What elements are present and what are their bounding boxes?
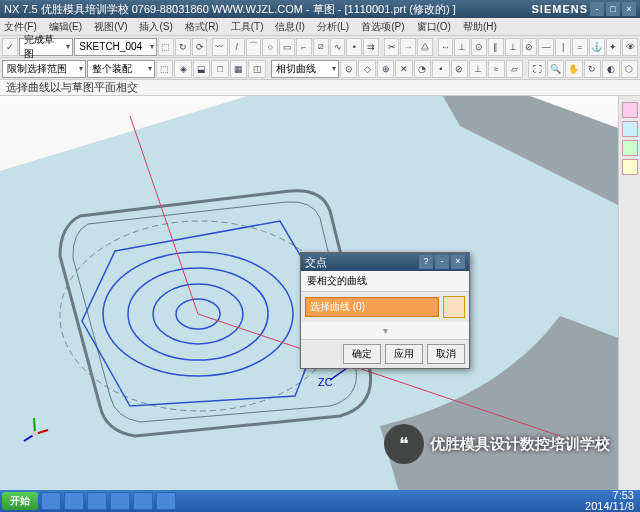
sel-icon-2[interactable]: ◈ <box>174 60 191 78</box>
constraint-icon[interactable]: ⊥ <box>454 38 470 56</box>
taskbar-clock[interactable]: 7:532014/11/8 <box>585 490 638 512</box>
parallel-icon[interactable]: ∥ <box>488 38 504 56</box>
mirror-icon[interactable]: ⧋ <box>417 38 433 56</box>
dialog-expand-icon[interactable]: ▾ <box>301 322 469 340</box>
view-fit-icon[interactable]: ⛶ <box>528 60 545 78</box>
snap-pt-icon[interactable]: • <box>432 60 449 78</box>
snap-ctr-icon[interactable]: ⊕ <box>377 60 394 78</box>
sel-filter-label[interactable]: 限制选择范围 <box>2 60 86 78</box>
svg-text:ZC: ZC <box>318 376 333 388</box>
view-wire-icon[interactable]: ⬡ <box>621 60 638 78</box>
extend-icon[interactable]: → <box>400 38 416 56</box>
dialog-section-label: 要相交的曲线 <box>301 271 469 292</box>
view-zoom-icon[interactable]: 🔍 <box>547 60 564 78</box>
apply-button[interactable]: 应用 <box>385 344 423 364</box>
snap-perp-icon[interactable]: ⊥ <box>469 60 486 78</box>
taskbar-app-2[interactable] <box>64 492 84 510</box>
ok-button[interactable]: 确定 <box>343 344 381 364</box>
sel-scope-dropdown[interactable]: 整个装配 <box>87 60 155 78</box>
start-button[interactable]: 开始 <box>2 492 38 510</box>
snap-mid-icon[interactable]: ◇ <box>358 60 375 78</box>
menu-tools[interactable]: 工具(T) <box>231 20 264 34</box>
offset-icon[interactable]: ⇉ <box>363 38 379 56</box>
menu-view[interactable]: 视图(V) <box>94 20 127 34</box>
dialog-close-icon[interactable]: × <box>451 255 465 269</box>
fillet-icon[interactable]: ⌐ <box>296 38 312 56</box>
view-pan-icon[interactable]: ✋ <box>565 60 582 78</box>
menu-insert[interactable]: 插入(S) <box>139 20 172 34</box>
trim-icon[interactable]: ✂ <box>384 38 400 56</box>
fix-icon[interactable]: ⚓ <box>589 38 605 56</box>
snap-tan-icon[interactable]: ⊘ <box>451 60 468 78</box>
horiz-icon[interactable]: — <box>538 38 554 56</box>
brand-label: SIEMENS <box>531 3 588 15</box>
cancel-button[interactable]: 取消 <box>427 344 465 364</box>
perp-icon[interactable]: ⊥ <box>505 38 521 56</box>
menu-file[interactable]: 文件(F) <box>4 20 37 34</box>
snap-near-icon[interactable]: ≈ <box>488 60 505 78</box>
arc-icon[interactable]: ⌒ <box>246 38 262 56</box>
menu-format[interactable]: 格式(R) <box>185 20 219 34</box>
taskbar-app-4[interactable] <box>110 492 130 510</box>
view-triad[interactable] <box>20 414 50 444</box>
select-curve-field[interactable]: 选择曲线 (0) <box>305 297 439 317</box>
auto-icon[interactable]: ✦ <box>606 38 622 56</box>
point-icon[interactable]: • <box>346 38 362 56</box>
menu-bar: 文件(F) 编辑(E) 视图(V) 插入(S) 格式(R) 工具(T) 信息(I… <box>0 18 640 36</box>
taskbar-app-5[interactable] <box>133 492 153 510</box>
dim-icon[interactable]: ↔ <box>438 38 454 56</box>
menu-help[interactable]: 帮助(H) <box>463 20 497 34</box>
snap-int-icon[interactable]: ✕ <box>395 60 412 78</box>
coincident-icon[interactable]: ⊙ <box>471 38 487 56</box>
menu-window[interactable]: 窗口(O) <box>417 20 451 34</box>
finish-sketch-label[interactable]: 完成草图 <box>19 38 73 56</box>
dialog-min-icon[interactable]: - <box>435 255 449 269</box>
profile-icon[interactable]: 〰 <box>212 38 228 56</box>
sel-icon-3[interactable]: ⬓ <box>193 60 210 78</box>
taskbar-app-3[interactable] <box>87 492 107 510</box>
resource-tab-1[interactable] <box>622 102 638 118</box>
resource-tab-2[interactable] <box>622 121 638 137</box>
close-button[interactable]: × <box>622 2 636 16</box>
sel-icon-4[interactable]: □ <box>211 60 228 78</box>
resource-tab-3[interactable] <box>622 140 638 156</box>
resource-tab-4[interactable] <box>622 159 638 175</box>
minimize-button[interactable]: - <box>590 2 604 16</box>
taskbar-app-6[interactable] <box>156 492 176 510</box>
curve-picker-icon[interactable] <box>443 296 465 318</box>
menu-info[interactable]: 信息(I) <box>275 20 304 34</box>
dialog-help-icon[interactable]: ? <box>419 255 433 269</box>
equal-icon[interactable]: = <box>572 38 588 56</box>
snap-end-icon[interactable]: ⊙ <box>340 60 357 78</box>
watermark-text: 优胜模具设计数控培训学校 <box>430 435 610 454</box>
menu-prefs[interactable]: 首选项(P) <box>361 20 404 34</box>
circle-icon[interactable]: ○ <box>262 38 278 56</box>
view-rotate-icon[interactable]: ↻ <box>584 60 601 78</box>
line-icon[interactable]: / <box>229 38 245 56</box>
sketch-name-dropdown[interactable]: SKETCH_004 <box>74 38 157 56</box>
show-icon[interactable]: 👁 <box>622 38 638 56</box>
snap-quad-icon[interactable]: ◔ <box>414 60 431 78</box>
sel-icon-5[interactable]: ▦ <box>230 60 247 78</box>
toolbar-sketch: ✓ 完成草图 SKETCH_004 ⬚ ↻ ⟳ 〰 / ⌒ ○ ▭ ⌐ ⧄ ∿ … <box>0 36 640 58</box>
vert-icon[interactable]: | <box>555 38 571 56</box>
update-icon[interactable]: ⟳ <box>192 38 208 56</box>
chamfer-icon[interactable]: ⧄ <box>313 38 329 56</box>
reattach-icon[interactable]: ↻ <box>175 38 191 56</box>
tangent-icon[interactable]: ⊘ <box>522 38 538 56</box>
finish-sketch-icon[interactable]: ✓ <box>2 38 18 56</box>
rect-icon[interactable]: ▭ <box>279 38 295 56</box>
snap-face-icon[interactable]: ▱ <box>506 60 523 78</box>
menu-edit[interactable]: 编辑(E) <box>49 20 82 34</box>
sel-icon-1[interactable]: ⬚ <box>156 60 173 78</box>
orient-icon[interactable]: ⬚ <box>158 38 174 56</box>
snap-dropdown[interactable]: 相切曲线 <box>271 60 339 78</box>
view-shade-icon[interactable]: ◐ <box>602 60 619 78</box>
menu-analysis[interactable]: 分析(L) <box>317 20 349 34</box>
maximize-button[interactable]: □ <box>606 2 620 16</box>
taskbar-app-1[interactable] <box>41 492 61 510</box>
dialog-titlebar[interactable]: 交点 ? - × <box>301 253 469 271</box>
watermark: ❝ 优胜模具设计数控培训学校 <box>384 424 610 464</box>
sel-icon-6[interactable]: ◫ <box>248 60 265 78</box>
spline-icon[interactable]: ∿ <box>330 38 346 56</box>
